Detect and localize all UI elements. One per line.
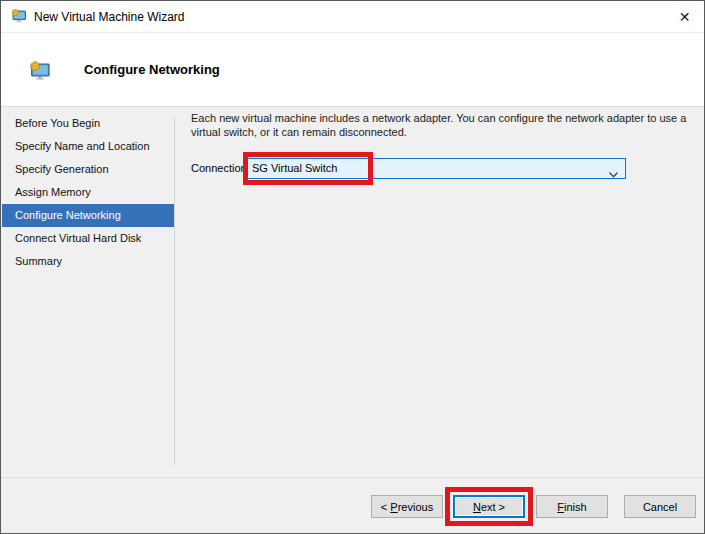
sidebar-item-summary: Summary <box>2 250 174 273</box>
sidebar-item-connect-virtual-hard-disk: Connect Virtual Hard Disk <box>2 227 174 250</box>
vm-wizard-icon <box>11 8 27 24</box>
close-icon[interactable]: ✕ <box>671 4 698 30</box>
sidebar-content-divider <box>174 118 175 465</box>
footer-divider <box>1 477 704 478</box>
page-description: Each new virtual machine includes a netw… <box>191 111 704 139</box>
wizard-header: Configure Networking <box>1 33 704 107</box>
sidebar-item-configure-networking-selected: Configure Networking <box>2 204 174 227</box>
connection-dropdown-value: SG Virtual Switch <box>252 159 337 178</box>
sidebar-item-specify-name-and-location: Specify Name and Location <box>2 135 174 158</box>
finish-button[interactable]: Finish <box>536 495 608 518</box>
wizard-steps-sidebar: Before You Begin Specify Name and Locati… <box>2 112 174 273</box>
chevron-down-icon <box>608 165 619 173</box>
next-button[interactable]: Next > <box>453 495 525 518</box>
window-title: New Virtual Machine Wizard <box>34 10 185 24</box>
previous-button[interactable]: < Previous <box>371 495 443 518</box>
page-title: Configure Networking <box>84 62 220 77</box>
cancel-button-label: Cancel <box>643 501 677 513</box>
sidebar-item-assign-memory: Assign Memory <box>2 181 174 204</box>
titlebar: New Virtual Machine Wizard ✕ <box>1 1 704 33</box>
vm-wizard-icon <box>29 60 51 82</box>
sidebar-item-before-you-begin: Before You Begin <box>2 112 174 135</box>
connection-label: Connection: <box>191 162 250 174</box>
connection-dropdown[interactable]: SG Virtual Switch <box>246 158 626 179</box>
next-button-label: Next > <box>473 501 505 513</box>
new-virtual-machine-wizard-window: New Virtual Machine Wizard ✕ Configure N <box>0 0 705 534</box>
sidebar-item-specify-generation: Specify Generation <box>2 158 174 181</box>
finish-button-label: Finish <box>557 501 586 513</box>
previous-button-label: < Previous <box>381 501 433 513</box>
cancel-button[interactable]: Cancel <box>624 495 696 518</box>
